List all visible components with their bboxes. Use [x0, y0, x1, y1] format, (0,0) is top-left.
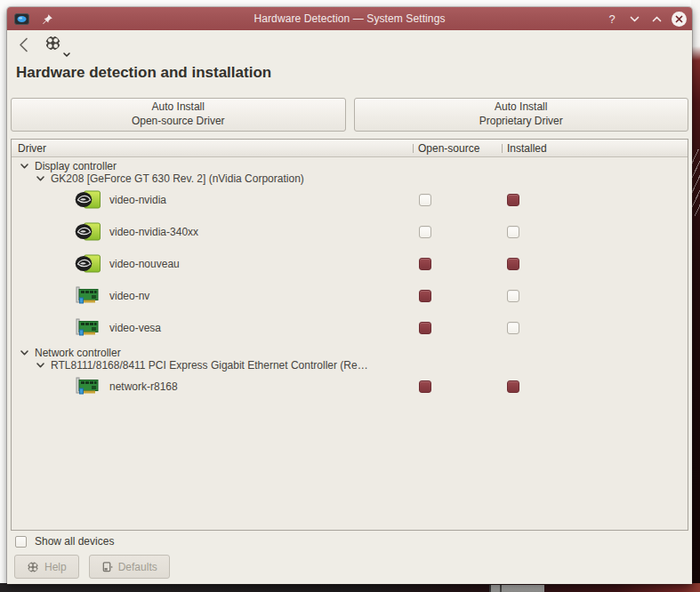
driver-name: video-nvidia: [109, 194, 166, 206]
installed-checkbox[interactable]: [507, 226, 519, 238]
open-source-checkbox[interactable]: [419, 380, 431, 393]
hardware-wheel-icon: [44, 35, 61, 55]
toolbar: [7, 30, 692, 60]
auto-install-row: Auto Install Open-source Driver Auto Ins…: [11, 98, 688, 132]
nvidia-logo-icon: [75, 222, 101, 243]
device-label: GK208 [GeForce GT 630 Rev. 2] (nVidia Co…: [51, 172, 304, 185]
show-all-devices-row: Show all devices: [15, 535, 114, 548]
pci-card-icon: [75, 377, 100, 396]
page-title: Hardware detection and installation: [16, 64, 271, 82]
help-button-label: Help: [44, 561, 67, 573]
pin-icon[interactable]: [42, 13, 53, 25]
tree-driver-row[interactable]: video-nvidia: [12, 184, 688, 216]
defaults-button-label: Defaults: [118, 561, 157, 573]
tree-driver-row[interactable]: video-nvidia-340xx: [12, 216, 688, 248]
tree-driver-row[interactable]: video-nouveau: [12, 248, 688, 280]
installed-checkbox[interactable]: [507, 194, 519, 206]
close-icon[interactable]: [672, 12, 687, 27]
installed-checkbox[interactable]: [507, 258, 519, 270]
tree-device-row[interactable]: RTL8111/8168/8411 PCI Express Gigabit Et…: [12, 359, 688, 371]
expander-icon[interactable]: [20, 164, 28, 169]
chevron-up-icon[interactable]: [649, 12, 664, 26]
driver-name: video-nvidia-340xx: [109, 226, 198, 238]
open-source-checkbox[interactable]: [419, 322, 431, 334]
group-label: Network controller: [35, 347, 121, 359]
footer-buttons: Help Defaults: [14, 555, 170, 579]
driver-tree: Driver Open-source Installed Display con…: [11, 139, 688, 531]
installed-checkbox[interactable]: [507, 290, 519, 302]
tree-group-row[interactable]: Display controller: [12, 160, 688, 172]
titlebar-help-button[interactable]: ?: [605, 12, 619, 26]
open-source-checkbox[interactable]: [419, 194, 431, 206]
window-title: Hardware Detection — System Settings: [7, 12, 692, 25]
nvidia-logo-icon: [75, 190, 101, 211]
desktop-wallpaper: [691, 0, 700, 592]
pci-card-icon: [75, 286, 100, 306]
tree-body: Display controllerGK208 [GeForce GT 630 …: [12, 160, 688, 403]
chevron-down-icon[interactable]: [627, 12, 641, 26]
open-source-checkbox[interactable]: [419, 258, 431, 270]
defaults-button[interactable]: Defaults: [89, 555, 170, 579]
tree-driver-row[interactable]: video-vesa: [12, 312, 688, 344]
taskbar-item[interactable]: [489, 585, 544, 592]
driver-name: video-vesa: [109, 322, 161, 334]
app-window-icon[interactable]: [14, 13, 29, 25]
column-header-open-source[interactable]: Open-source: [418, 142, 479, 155]
wallpaper-streaks: [691, 149, 700, 216]
show-all-devices-label: Show all devices: [35, 535, 114, 548]
column-separator[interactable]: [413, 144, 414, 153]
help-button[interactable]: Help: [14, 555, 79, 579]
expander-icon[interactable]: [36, 176, 44, 181]
nvidia-logo-icon: [75, 254, 101, 275]
pci-card-icon: [75, 318, 100, 338]
auto-install-open-source-button[interactable]: Auto Install Open-source Driver: [11, 98, 346, 132]
desktop-wallpaper-bottom: [0, 583, 700, 592]
installed-checkbox[interactable]: [507, 380, 519, 393]
hardware-module-button[interactable]: [44, 35, 70, 55]
tree-device-row[interactable]: GK208 [GeForce GT 630 Rev. 2] (nVidia Co…: [12, 172, 688, 184]
taskbar-notch: [500, 585, 502, 592]
open-source-checkbox[interactable]: [419, 290, 431, 302]
column-header-driver[interactable]: Driver: [18, 142, 46, 155]
hardware-wheel-icon: [27, 561, 39, 573]
group-label: Display controller: [35, 160, 117, 172]
back-button[interactable]: [19, 37, 28, 52]
document-revert-icon: [101, 561, 113, 573]
installed-checkbox[interactable]: [507, 322, 519, 334]
system-settings-window: Hardware Detection — System Settings ?: [7, 7, 692, 584]
expander-icon[interactable]: [36, 363, 44, 368]
column-separator[interactable]: [502, 144, 503, 153]
device-label: RTL8111/8168/8411 PCI Express Gigabit Et…: [51, 359, 368, 372]
tree-header: Driver Open-source Installed: [12, 140, 688, 157]
tree-driver-row[interactable]: video-nv: [12, 280, 688, 312]
tree-driver-row[interactable]: network-r8168: [12, 371, 688, 403]
dropdown-chevron-icon: [63, 52, 70, 57]
driver-name: video-nv: [109, 290, 149, 302]
driver-name: video-nouveau: [109, 258, 180, 270]
titlebar[interactable]: Hardware Detection — System Settings ?: [7, 7, 692, 30]
open-source-checkbox[interactable]: [419, 226, 431, 238]
auto-install-proprietary-button[interactable]: Auto Install Proprietary Driver: [354, 98, 689, 132]
driver-name: network-r8168: [109, 380, 178, 393]
expander-icon[interactable]: [20, 350, 28, 356]
show-all-devices-checkbox[interactable]: [15, 536, 27, 548]
column-header-installed[interactable]: Installed: [507, 142, 547, 155]
tree-group-row[interactable]: Network controller: [12, 347, 688, 359]
